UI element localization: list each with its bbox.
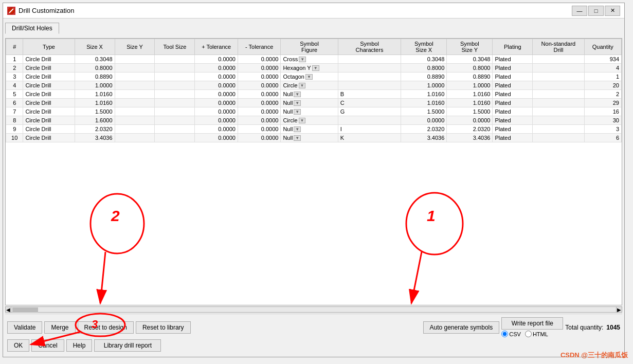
table-cell[interactable]: 1.0160 (75, 90, 115, 99)
table-cell[interactable]: B (338, 90, 401, 99)
maximize-button[interactable]: □ (588, 6, 604, 16)
table-cell[interactable]: 0.0000 (238, 81, 281, 90)
table-cell[interactable]: Plated (493, 134, 533, 142)
cancel-button[interactable]: Cancel (31, 339, 64, 352)
table-cell[interactable] (115, 72, 155, 81)
table-cell[interactable]: Plated (493, 107, 533, 116)
table-cell[interactable] (155, 81, 195, 90)
table-cell[interactable]: 8 (6, 116, 23, 125)
drill-table-container[interactable]: # Type Size X Size Y Tool Size + Toleran… (5, 38, 622, 305)
table-cell[interactable]: 0.0000 (195, 99, 238, 107)
table-row[interactable]: 5Circle Drill1.01600.00000.0000Null▼B1.0… (6, 90, 622, 99)
table-cell[interactable] (338, 64, 401, 72)
table-cell[interactable]: Circle Drill (23, 125, 75, 134)
table-cell[interactable]: 5 (6, 90, 23, 99)
table-cell[interactable] (533, 107, 584, 116)
table-cell[interactable]: 0.3048 (447, 55, 493, 64)
table-cell[interactable]: Circle Drill (23, 134, 75, 142)
table-cell[interactable]: 0.0000 (238, 64, 281, 72)
table-cell[interactable]: Plated (493, 81, 533, 90)
table-cell[interactable]: Null▼ (281, 99, 338, 107)
table-cell[interactable] (155, 134, 195, 142)
table-cell[interactable] (155, 55, 195, 64)
table-row[interactable]: 1Circle Drill0.30480.00000.0000Cross▼0.3… (6, 55, 622, 64)
table-cell[interactable]: 0.0000 (238, 99, 281, 107)
table-cell[interactable] (338, 116, 401, 125)
table-cell[interactable]: 16 (584, 107, 621, 116)
table-cell[interactable]: 0.8000 (75, 64, 115, 72)
table-cell[interactable]: 0.0000 (447, 116, 493, 125)
table-cell[interactable] (115, 116, 155, 125)
table-cell[interactable]: 0.8000 (447, 64, 493, 72)
table-cell[interactable]: 0.8000 (401, 64, 447, 72)
table-cell[interactable]: 6 (584, 134, 621, 142)
minimize-button[interactable]: — (572, 6, 587, 16)
table-cell[interactable]: 4 (6, 81, 23, 90)
table-cell[interactable]: G (338, 107, 401, 116)
table-cell[interactable]: Plated (493, 90, 533, 99)
table-cell[interactable] (155, 125, 195, 134)
table-cell[interactable] (115, 81, 155, 90)
table-cell[interactable]: 1.0160 (447, 99, 493, 107)
table-cell[interactable]: 1.0000 (75, 81, 115, 90)
library-drill-report-button[interactable]: Library drill report (94, 339, 161, 352)
table-cell[interactable]: 0.0000 (238, 107, 281, 116)
table-cell[interactable]: 30 (584, 116, 621, 125)
table-cell[interactable] (155, 116, 195, 125)
table-cell[interactable]: Circle Drill (23, 55, 75, 64)
table-cell[interactable]: 0.0000 (195, 90, 238, 99)
table-cell[interactable]: 29 (584, 99, 621, 107)
table-cell[interactable] (338, 72, 401, 81)
table-cell[interactable] (533, 64, 584, 72)
table-cell[interactable]: Cross▼ (281, 55, 338, 64)
table-row[interactable]: 6Circle Drill1.01600.00000.0000Null▼C1.0… (6, 99, 622, 107)
table-cell[interactable]: 1.5000 (447, 107, 493, 116)
table-cell[interactable]: Plated (493, 72, 533, 81)
table-cell[interactable]: Circle Drill (23, 99, 75, 107)
table-cell[interactable] (533, 125, 584, 134)
table-cell[interactable]: 0.0000 (195, 64, 238, 72)
table-cell[interactable]: 2.0320 (75, 125, 115, 134)
table-row[interactable]: 4Circle Drill1.00000.00000.0000Circle▼1.… (6, 81, 622, 90)
merge-button[interactable]: Merge (44, 321, 75, 334)
table-row[interactable]: 7Circle Drill1.50000.00000.0000Null▼G1.5… (6, 107, 622, 116)
table-cell[interactable]: 6 (6, 99, 23, 107)
table-cell[interactable]: 4 (584, 64, 621, 72)
scrollbar-track[interactable] (11, 306, 616, 313)
table-cell[interactable] (115, 107, 155, 116)
table-cell[interactable]: Circle Drill (23, 107, 75, 116)
table-cell[interactable]: 1.0000 (401, 81, 447, 90)
table-cell[interactable] (115, 125, 155, 134)
table-row[interactable]: 9Circle Drill2.03200.00000.0000Null▼I2.0… (6, 125, 622, 134)
table-cell[interactable]: 0.0000 (238, 55, 281, 64)
table-cell[interactable]: 0.8890 (401, 72, 447, 81)
table-cell[interactable] (155, 107, 195, 116)
table-cell[interactable]: 0.0000 (195, 125, 238, 134)
table-cell[interactable]: Circle Drill (23, 116, 75, 125)
table-cell[interactable]: I (338, 125, 401, 134)
table-cell[interactable]: 0.0000 (195, 72, 238, 81)
table-cell[interactable]: 0.0000 (238, 134, 281, 142)
tab-drill-slot[interactable]: Drill/Slot Holes (5, 23, 59, 34)
table-cell[interactable] (115, 134, 155, 142)
close-button[interactable]: ✕ (605, 6, 620, 16)
table-cell[interactable]: Circle Drill (23, 81, 75, 90)
table-cell[interactable]: Plated (493, 125, 533, 134)
table-cell[interactable]: 0.8890 (75, 72, 115, 81)
table-cell[interactable]: 934 (584, 55, 621, 64)
table-cell[interactable]: Plated (493, 64, 533, 72)
table-cell[interactable] (155, 72, 195, 81)
table-cell[interactable] (533, 81, 584, 90)
table-cell[interactable]: Circle Drill (23, 90, 75, 99)
table-cell[interactable]: 2.0320 (401, 125, 447, 134)
table-cell[interactable]: 1.0000 (447, 81, 493, 90)
table-cell[interactable]: 10 (6, 134, 23, 142)
validate-button[interactable]: Validate (7, 321, 42, 334)
table-cell[interactable]: 0.3048 (75, 55, 115, 64)
table-cell[interactable]: 0.3048 (401, 55, 447, 64)
table-cell[interactable]: 3.4036 (75, 134, 115, 142)
table-cell[interactable]: 3.4036 (447, 134, 493, 142)
table-cell[interactable]: 1.0160 (75, 99, 115, 107)
table-cell[interactable]: Plated (493, 116, 533, 125)
table-cell[interactable]: 1 (584, 72, 621, 81)
